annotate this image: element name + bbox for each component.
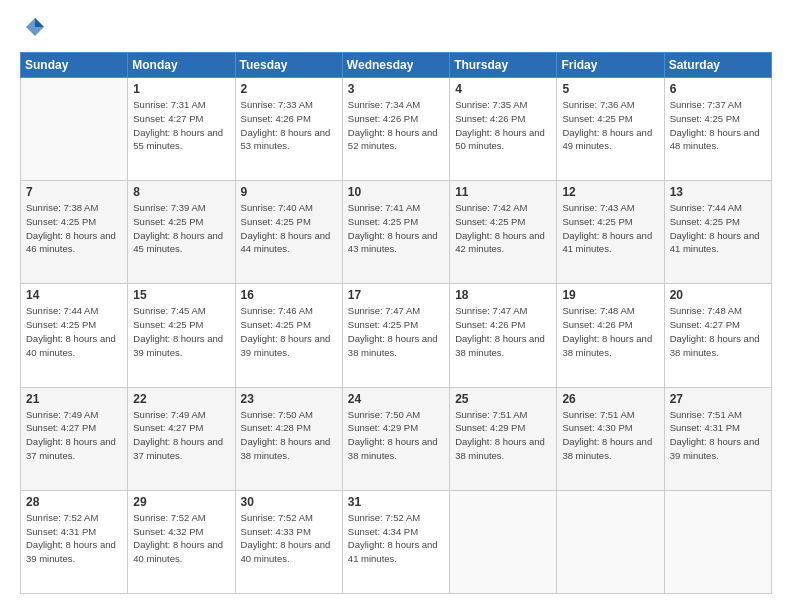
day-number: 12 (562, 185, 658, 199)
day-info: Sunrise: 7:48 AMSunset: 4:27 PMDaylight:… (670, 304, 766, 359)
calendar-table: SundayMondayTuesdayWednesdayThursdayFrid… (20, 52, 772, 594)
day-number: 16 (241, 288, 337, 302)
day-number: 25 (455, 392, 551, 406)
calendar-cell: 29Sunrise: 7:52 AMSunset: 4:32 PMDayligh… (128, 490, 235, 593)
day-info: Sunrise: 7:43 AMSunset: 4:25 PMDaylight:… (562, 201, 658, 256)
day-info: Sunrise: 7:38 AMSunset: 4:25 PMDaylight:… (26, 201, 122, 256)
calendar-cell: 1Sunrise: 7:31 AMSunset: 4:27 PMDaylight… (128, 78, 235, 181)
calendar-cell: 24Sunrise: 7:50 AMSunset: 4:29 PMDayligh… (342, 387, 449, 490)
day-number: 27 (670, 392, 766, 406)
calendar-cell: 27Sunrise: 7:51 AMSunset: 4:31 PMDayligh… (664, 387, 771, 490)
calendar-cell: 17Sunrise: 7:47 AMSunset: 4:25 PMDayligh… (342, 284, 449, 387)
calendar-cell: 11Sunrise: 7:42 AMSunset: 4:25 PMDayligh… (450, 181, 557, 284)
calendar-week-row: 28Sunrise: 7:52 AMSunset: 4:31 PMDayligh… (21, 490, 772, 593)
calendar-cell: 23Sunrise: 7:50 AMSunset: 4:28 PMDayligh… (235, 387, 342, 490)
day-number: 14 (26, 288, 122, 302)
calendar-cell: 14Sunrise: 7:44 AMSunset: 4:25 PMDayligh… (21, 284, 128, 387)
calendar-cell: 10Sunrise: 7:41 AMSunset: 4:25 PMDayligh… (342, 181, 449, 284)
calendar-cell: 30Sunrise: 7:52 AMSunset: 4:33 PMDayligh… (235, 490, 342, 593)
weekday-header-monday: Monday (128, 53, 235, 78)
day-number: 26 (562, 392, 658, 406)
day-info: Sunrise: 7:50 AMSunset: 4:29 PMDaylight:… (348, 408, 444, 463)
day-info: Sunrise: 7:36 AMSunset: 4:25 PMDaylight:… (562, 98, 658, 153)
day-info: Sunrise: 7:47 AMSunset: 4:26 PMDaylight:… (455, 304, 551, 359)
day-number: 13 (670, 185, 766, 199)
day-number: 4 (455, 82, 551, 96)
calendar-cell: 26Sunrise: 7:51 AMSunset: 4:30 PMDayligh… (557, 387, 664, 490)
day-number: 9 (241, 185, 337, 199)
logo-icon (24, 16, 46, 42)
day-info: Sunrise: 7:51 AMSunset: 4:31 PMDaylight:… (670, 408, 766, 463)
day-info: Sunrise: 7:42 AMSunset: 4:25 PMDaylight:… (455, 201, 551, 256)
day-info: Sunrise: 7:39 AMSunset: 4:25 PMDaylight:… (133, 201, 229, 256)
calendar-cell: 13Sunrise: 7:44 AMSunset: 4:25 PMDayligh… (664, 181, 771, 284)
calendar-cell: 5Sunrise: 7:36 AMSunset: 4:25 PMDaylight… (557, 78, 664, 181)
day-number: 29 (133, 495, 229, 509)
calendar-cell: 8Sunrise: 7:39 AMSunset: 4:25 PMDaylight… (128, 181, 235, 284)
weekday-header-sunday: Sunday (21, 53, 128, 78)
day-info: Sunrise: 7:49 AMSunset: 4:27 PMDaylight:… (26, 408, 122, 463)
day-number: 23 (241, 392, 337, 406)
calendar-cell: 6Sunrise: 7:37 AMSunset: 4:25 PMDaylight… (664, 78, 771, 181)
day-info: Sunrise: 7:50 AMSunset: 4:28 PMDaylight:… (241, 408, 337, 463)
calendar-week-row: 1Sunrise: 7:31 AMSunset: 4:27 PMDaylight… (21, 78, 772, 181)
day-number: 19 (562, 288, 658, 302)
calendar-cell: 9Sunrise: 7:40 AMSunset: 4:25 PMDaylight… (235, 181, 342, 284)
day-info: Sunrise: 7:51 AMSunset: 4:30 PMDaylight:… (562, 408, 658, 463)
day-number: 11 (455, 185, 551, 199)
weekday-header-thursday: Thursday (450, 53, 557, 78)
day-number: 31 (348, 495, 444, 509)
day-info: Sunrise: 7:44 AMSunset: 4:25 PMDaylight:… (670, 201, 766, 256)
weekday-header-friday: Friday (557, 53, 664, 78)
calendar-cell: 3Sunrise: 7:34 AMSunset: 4:26 PMDaylight… (342, 78, 449, 181)
day-info: Sunrise: 7:52 AMSunset: 4:33 PMDaylight:… (241, 511, 337, 566)
day-number: 8 (133, 185, 229, 199)
day-number: 18 (455, 288, 551, 302)
day-info: Sunrise: 7:40 AMSunset: 4:25 PMDaylight:… (241, 201, 337, 256)
day-number: 10 (348, 185, 444, 199)
day-info: Sunrise: 7:47 AMSunset: 4:25 PMDaylight:… (348, 304, 444, 359)
day-info: Sunrise: 7:52 AMSunset: 4:31 PMDaylight:… (26, 511, 122, 566)
day-info: Sunrise: 7:49 AMSunset: 4:27 PMDaylight:… (133, 408, 229, 463)
calendar-cell: 4Sunrise: 7:35 AMSunset: 4:26 PMDaylight… (450, 78, 557, 181)
calendar-cell: 31Sunrise: 7:52 AMSunset: 4:34 PMDayligh… (342, 490, 449, 593)
calendar-cell: 20Sunrise: 7:48 AMSunset: 4:27 PMDayligh… (664, 284, 771, 387)
day-number: 5 (562, 82, 658, 96)
calendar-cell: 2Sunrise: 7:33 AMSunset: 4:26 PMDaylight… (235, 78, 342, 181)
calendar-week-row: 14Sunrise: 7:44 AMSunset: 4:25 PMDayligh… (21, 284, 772, 387)
day-info: Sunrise: 7:48 AMSunset: 4:26 PMDaylight:… (562, 304, 658, 359)
day-number: 20 (670, 288, 766, 302)
logo (20, 22, 46, 42)
day-number: 15 (133, 288, 229, 302)
calendar-cell: 25Sunrise: 7:51 AMSunset: 4:29 PMDayligh… (450, 387, 557, 490)
calendar-week-row: 21Sunrise: 7:49 AMSunset: 4:27 PMDayligh… (21, 387, 772, 490)
calendar-cell: 21Sunrise: 7:49 AMSunset: 4:27 PMDayligh… (21, 387, 128, 490)
calendar-cell: 15Sunrise: 7:45 AMSunset: 4:25 PMDayligh… (128, 284, 235, 387)
day-number: 17 (348, 288, 444, 302)
day-number: 1 (133, 82, 229, 96)
page: SundayMondayTuesdayWednesdayThursdayFrid… (0, 0, 792, 612)
calendar-cell (664, 490, 771, 593)
day-number: 3 (348, 82, 444, 96)
day-info: Sunrise: 7:46 AMSunset: 4:25 PMDaylight:… (241, 304, 337, 359)
day-info: Sunrise: 7:51 AMSunset: 4:29 PMDaylight:… (455, 408, 551, 463)
day-number: 7 (26, 185, 122, 199)
calendar-cell: 18Sunrise: 7:47 AMSunset: 4:26 PMDayligh… (450, 284, 557, 387)
calendar-cell: 12Sunrise: 7:43 AMSunset: 4:25 PMDayligh… (557, 181, 664, 284)
day-number: 30 (241, 495, 337, 509)
calendar-week-row: 7Sunrise: 7:38 AMSunset: 4:25 PMDaylight… (21, 181, 772, 284)
weekday-header-saturday: Saturday (664, 53, 771, 78)
day-info: Sunrise: 7:33 AMSunset: 4:26 PMDaylight:… (241, 98, 337, 153)
calendar-cell (450, 490, 557, 593)
day-number: 24 (348, 392, 444, 406)
calendar-cell: 16Sunrise: 7:46 AMSunset: 4:25 PMDayligh… (235, 284, 342, 387)
calendar-cell: 19Sunrise: 7:48 AMSunset: 4:26 PMDayligh… (557, 284, 664, 387)
calendar-cell (21, 78, 128, 181)
day-info: Sunrise: 7:45 AMSunset: 4:25 PMDaylight:… (133, 304, 229, 359)
weekday-header-wednesday: Wednesday (342, 53, 449, 78)
weekday-header-row: SundayMondayTuesdayWednesdayThursdayFrid… (21, 53, 772, 78)
weekday-header-tuesday: Tuesday (235, 53, 342, 78)
day-number: 21 (26, 392, 122, 406)
day-info: Sunrise: 7:44 AMSunset: 4:25 PMDaylight:… (26, 304, 122, 359)
day-number: 28 (26, 495, 122, 509)
